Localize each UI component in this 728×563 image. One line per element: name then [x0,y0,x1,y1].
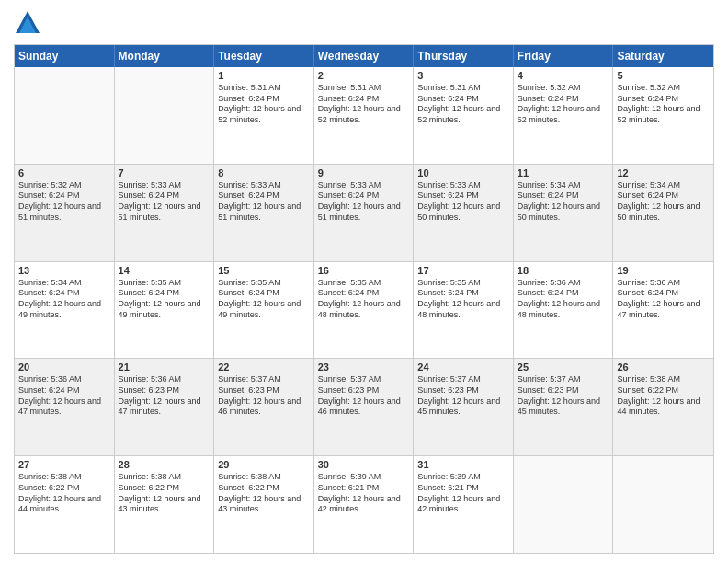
cell-info: Sunrise: 5:39 AM Sunset: 6:21 PM Dayligh… [417,472,509,515]
cell-info: Sunrise: 5:36 AM Sunset: 6:24 PM Dayligh… [617,278,710,321]
cell-info: Sunrise: 5:38 AM Sunset: 6:22 PM Dayligh… [119,472,210,515]
calendar-cell-31: 31Sunrise: 5:39 AM Sunset: 6:21 PM Dayli… [414,456,514,553]
header [14,9,714,37]
cell-info: Sunrise: 5:33 AM Sunset: 6:24 PM Dayligh… [218,180,310,224]
header-day-saturday: Saturday [613,45,713,67]
calendar-cell-30: 30Sunrise: 5:39 AM Sunset: 6:21 PM Dayli… [314,456,415,553]
calendar-cell-11: 11Sunrise: 5:34 AM Sunset: 6:24 PM Dayli… [514,165,614,261]
calendar-cell-12: 12Sunrise: 5:34 AM Sunset: 6:24 PM Dayli… [613,165,713,261]
day-number: 24 [417,362,509,373]
day-number: 1 [218,70,310,81]
calendar-cell-20: 20Sunrise: 5:36 AM Sunset: 6:24 PM Dayli… [15,359,115,455]
day-number: 5 [617,70,710,81]
calendar-cell-8: 8Sunrise: 5:33 AM Sunset: 6:24 PM Daylig… [214,165,314,261]
cell-info: Sunrise: 5:35 AM Sunset: 6:24 PM Dayligh… [318,278,410,321]
cell-info: Sunrise: 5:33 AM Sunset: 6:24 PM Dayligh… [318,180,410,224]
cell-info: Sunrise: 5:35 AM Sunset: 6:24 PM Dayligh… [417,278,509,321]
day-number: 3 [417,70,509,81]
day-number: 11 [518,167,609,178]
cell-info: Sunrise: 5:32 AM Sunset: 6:24 PM Dayligh… [518,83,609,126]
calendar-cell-6: 6Sunrise: 5:32 AM Sunset: 6:24 PM Daylig… [15,165,115,261]
day-number: 20 [18,362,110,373]
calendar-cell-10: 10Sunrise: 5:33 AM Sunset: 6:24 PM Dayli… [414,165,514,261]
calendar-row-4: 20Sunrise: 5:36 AM Sunset: 6:24 PM Dayli… [15,358,713,455]
calendar-cell-empty [15,67,115,164]
calendar-cell-28: 28Sunrise: 5:38 AM Sunset: 6:22 PM Dayli… [115,456,215,553]
calendar-row-3: 13Sunrise: 5:34 AM Sunset: 6:24 PM Dayli… [15,261,713,359]
calendar-cell-9: 9Sunrise: 5:33 AM Sunset: 6:24 PM Daylig… [314,165,415,261]
day-number: 25 [518,362,609,373]
calendar-row-1: 1Sunrise: 5:31 AM Sunset: 6:24 PM Daylig… [15,67,713,164]
cell-info: Sunrise: 5:34 AM Sunset: 6:24 PM Dayligh… [18,278,110,321]
day-number: 14 [119,265,210,276]
calendar-cell-5: 5Sunrise: 5:32 AM Sunset: 6:24 PM Daylig… [613,67,713,164]
header-day-thursday: Thursday [414,45,514,67]
calendar-cell-empty [613,456,713,553]
cell-info: Sunrise: 5:38 AM Sunset: 6:22 PM Dayligh… [617,374,710,418]
day-number: 21 [119,362,210,373]
cell-info: Sunrise: 5:35 AM Sunset: 6:24 PM Dayligh… [218,278,310,321]
logo [14,9,45,37]
day-number: 28 [119,459,210,470]
calendar-header: SundayMondayTuesdayWednesdayThursdayFrid… [15,45,713,67]
day-number: 13 [18,265,110,276]
day-number: 2 [318,70,410,81]
cell-info: Sunrise: 5:37 AM Sunset: 6:23 PM Dayligh… [417,374,509,418]
calendar-cell-26: 26Sunrise: 5:38 AM Sunset: 6:22 PM Dayli… [613,359,713,455]
header-day-friday: Friday [514,45,614,67]
calendar-cell-1: 1Sunrise: 5:31 AM Sunset: 6:24 PM Daylig… [214,67,314,164]
cell-info: Sunrise: 5:36 AM Sunset: 6:24 PM Dayligh… [518,278,609,321]
calendar-cell-7: 7Sunrise: 5:33 AM Sunset: 6:24 PM Daylig… [115,165,215,261]
calendar-cell-18: 18Sunrise: 5:36 AM Sunset: 6:24 PM Dayli… [514,262,614,359]
header-day-wednesday: Wednesday [314,45,415,67]
cell-info: Sunrise: 5:32 AM Sunset: 6:24 PM Dayligh… [617,83,710,126]
calendar-cell-3: 3Sunrise: 5:31 AM Sunset: 6:24 PM Daylig… [414,67,514,164]
cell-info: Sunrise: 5:36 AM Sunset: 6:23 PM Dayligh… [119,374,210,418]
calendar-cell-25: 25Sunrise: 5:37 AM Sunset: 6:23 PM Dayli… [514,359,614,455]
day-number: 22 [218,362,310,373]
cell-info: Sunrise: 5:32 AM Sunset: 6:24 PM Dayligh… [18,180,110,224]
calendar-cell-27: 27Sunrise: 5:38 AM Sunset: 6:22 PM Dayli… [15,456,115,553]
logo-icon [14,9,41,37]
day-number: 7 [119,167,210,178]
calendar-cell-14: 14Sunrise: 5:35 AM Sunset: 6:24 PM Dayli… [115,262,215,359]
calendar-row-5: 27Sunrise: 5:38 AM Sunset: 6:22 PM Dayli… [15,455,713,553]
cell-info: Sunrise: 5:37 AM Sunset: 6:23 PM Dayligh… [318,374,410,418]
day-number: 15 [218,265,310,276]
day-number: 16 [318,265,410,276]
calendar-cell-23: 23Sunrise: 5:37 AM Sunset: 6:23 PM Dayli… [314,359,415,455]
calendar-cell-empty [115,67,215,164]
header-day-monday: Monday [115,45,215,67]
day-number: 19 [617,265,710,276]
day-number: 10 [417,167,509,178]
calendar-cell-2: 2Sunrise: 5:31 AM Sunset: 6:24 PM Daylig… [314,67,415,164]
cell-info: Sunrise: 5:31 AM Sunset: 6:24 PM Dayligh… [218,83,310,126]
cell-info: Sunrise: 5:35 AM Sunset: 6:24 PM Dayligh… [119,278,210,321]
day-number: 29 [218,459,310,470]
calendar-cell-24: 24Sunrise: 5:37 AM Sunset: 6:23 PM Dayli… [414,359,514,455]
header-day-tuesday: Tuesday [214,45,314,67]
calendar-cell-19: 19Sunrise: 5:36 AM Sunset: 6:24 PM Dayli… [613,262,713,359]
calendar-cell-17: 17Sunrise: 5:35 AM Sunset: 6:24 PM Dayli… [414,262,514,359]
calendar: SundayMondayTuesdayWednesdayThursdayFrid… [14,44,714,554]
cell-info: Sunrise: 5:34 AM Sunset: 6:24 PM Dayligh… [617,180,710,224]
cell-info: Sunrise: 5:31 AM Sunset: 6:24 PM Dayligh… [417,83,509,126]
calendar-cell-29: 29Sunrise: 5:38 AM Sunset: 6:22 PM Dayli… [214,456,314,553]
day-number: 17 [417,265,509,276]
day-number: 23 [318,362,410,373]
page: SundayMondayTuesdayWednesdayThursdayFrid… [0,0,728,563]
calendar-cell-15: 15Sunrise: 5:35 AM Sunset: 6:24 PM Dayli… [214,262,314,359]
calendar-cell-22: 22Sunrise: 5:37 AM Sunset: 6:23 PM Dayli… [214,359,314,455]
day-number: 27 [18,459,110,470]
day-number: 31 [417,459,509,470]
day-number: 6 [18,167,110,178]
day-number: 18 [518,265,609,276]
cell-info: Sunrise: 5:33 AM Sunset: 6:24 PM Dayligh… [119,180,210,224]
cell-info: Sunrise: 5:34 AM Sunset: 6:24 PM Dayligh… [518,180,609,224]
calendar-body: 1Sunrise: 5:31 AM Sunset: 6:24 PM Daylig… [15,67,713,553]
day-number: 26 [617,362,710,373]
calendar-cell-13: 13Sunrise: 5:34 AM Sunset: 6:24 PM Dayli… [15,262,115,359]
day-number: 4 [518,70,609,81]
cell-info: Sunrise: 5:38 AM Sunset: 6:22 PM Dayligh… [18,472,110,515]
cell-info: Sunrise: 5:36 AM Sunset: 6:24 PM Dayligh… [18,374,110,418]
